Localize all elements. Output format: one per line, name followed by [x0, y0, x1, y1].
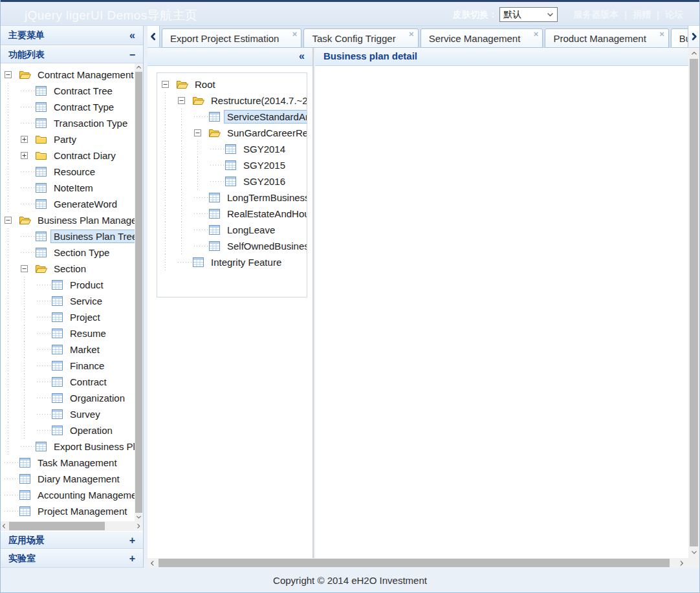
sidebar-collapse-icon[interactable]: «	[129, 26, 135, 45]
tree-node-label[interactable]: SGY2015	[240, 158, 289, 172]
menu-node-accounting-management[interactable]: Accounting Management	[0, 487, 143, 503]
menu-node-contract-tree[interactable]: Contract Tree	[0, 83, 143, 99]
tabs-scroll-right-button[interactable]	[688, 26, 700, 47]
tree-node-label[interactable]: Accounting Management	[34, 488, 143, 502]
menu-node-market[interactable]: Market	[0, 341, 143, 358]
menu-node-product[interactable]: Product	[0, 277, 143, 293]
collapse-toggle-icon[interactable]	[5, 212, 19, 228]
menu-node-contract[interactable]: Contract	[0, 374, 143, 390]
main-horizontal-scrollbar[interactable]	[148, 558, 700, 568]
tab-busi[interactable]: Busi	[671, 28, 688, 48]
menu-node-transaction-type[interactable]: Transaction Type	[0, 115, 143, 131]
scroll-up-button[interactable]	[135, 63, 143, 72]
tree-node-label[interactable]: Contract Diary	[50, 149, 119, 162]
collapse-toggle-icon[interactable]	[194, 125, 209, 141]
menu-node-section-type[interactable]: Section Type	[0, 244, 143, 261]
scroll-left-button[interactable]	[148, 558, 158, 568]
scrollbar-thumb[interactable]	[135, 72, 142, 513]
menu-node-party[interactable]: Party	[0, 131, 143, 147]
scrollbar-thumb[interactable]	[9, 522, 105, 530]
tree-node-label[interactable]: GenerateWord	[50, 197, 120, 211]
plan-node-longtermbusinessd[interactable]: LongTermBusinessD	[157, 189, 307, 206]
menu-node-contract-management[interactable]: Contract Management	[0, 67, 143, 83]
menu-node-project[interactable]: Project	[0, 309, 143, 325]
scrollbar-thumb[interactable]	[690, 59, 698, 546]
tree-node-label[interactable]: SGY2016	[240, 175, 289, 188]
tree-node-label[interactable]: Diary Management	[34, 472, 123, 486]
tab-close-icon[interactable]: ×	[534, 30, 539, 38]
menu-node-resume[interactable]: Resume	[0, 325, 143, 341]
plan-node-longleave[interactable]: LongLeave	[157, 222, 307, 238]
plan-node-selfownedbusiness[interactable]: SelfOwnedBusiness	[157, 238, 307, 254]
tree-node-label[interactable]: Business Plan Management	[34, 213, 143, 227]
tab-close-icon[interactable]: ×	[292, 30, 298, 38]
menu-node-service[interactable]: Service	[0, 293, 143, 309]
expand-panel-icon[interactable]: +	[129, 550, 135, 567]
menu-node-task-management[interactable]: Task Management	[0, 455, 143, 471]
tree-node-label[interactable]: ServiceStandardAn	[224, 110, 307, 124]
collapse-toggle-icon[interactable]	[5, 67, 19, 83]
tree-node-label[interactable]: SelfOwnedBusiness	[224, 239, 307, 253]
tree-node-label[interactable]: Export Business Plan	[50, 440, 143, 453]
menu-node-export-business-plan[interactable]: Export Business Plan	[0, 438, 143, 455]
plan-node-restructure-2014-7-20[interactable]: Restructure(2014.7.~20	[157, 92, 307, 109]
plan-node-servicestandardan[interactable]: ServiceStandardAn	[157, 109, 307, 125]
tree-node-label[interactable]: NoteItem	[50, 181, 96, 195]
plan-node-realestateandhous[interactable]: RealEstateAndHous	[157, 206, 307, 222]
accordion-function-list[interactable]: 功能列表 −	[0, 45, 143, 63]
menu-node-operation[interactable]: Operation	[0, 422, 143, 438]
menu-node-business-plan-tree[interactable]: Business Plan Tree	[0, 228, 143, 244]
expand-panel-icon[interactable]: +	[129, 532, 135, 549]
accordion-laboratory[interactable]: 实验室 +	[0, 549, 143, 568]
tree-node-label[interactable]: LongLeave	[224, 223, 278, 237]
scrollbar-thumb[interactable]	[159, 559, 670, 567]
tab-task-config-trigger[interactable]: Task Config Trigger×	[303, 28, 418, 48]
tab-close-icon[interactable]: ×	[659, 30, 664, 38]
menu-node-diary-management[interactable]: Diary Management	[0, 471, 143, 487]
tree-node-label[interactable]: Integrity Feature	[208, 255, 285, 269]
tree-node-label[interactable]: Service	[67, 294, 105, 308]
tree-node-label[interactable]: Restructure(2014.7.~20	[208, 94, 307, 107]
main-vertical-scrollbar[interactable]	[688, 48, 699, 558]
tree-node-label[interactable]: SGY2014	[240, 142, 289, 156]
tab-service-management[interactable]: Service Management×	[421, 28, 543, 48]
tree-node-label[interactable]: Organization	[67, 391, 128, 405]
scroll-down-button[interactable]	[688, 546, 699, 558]
tabs-scroll-left-button[interactable]	[148, 26, 160, 47]
collapse-toggle-icon[interactable]	[21, 261, 36, 277]
expand-toggle-icon[interactable]	[21, 131, 36, 147]
tree-node-label[interactable]: Party	[50, 133, 80, 146]
menu-node-noteitem[interactable]: NoteItem	[0, 180, 143, 196]
tree-node-label[interactable]: Business Plan Tree	[50, 230, 140, 243]
tree-node-label[interactable]: Root	[191, 78, 219, 91]
tree-node-label[interactable]: Project Management	[34, 504, 130, 518]
accordion-application-scenarios[interactable]: 应用场景 +	[0, 531, 143, 549]
menu-node-resource[interactable]: Resource	[0, 164, 143, 180]
collapse-panel-icon[interactable]: −	[129, 46, 135, 63]
tab-close-icon[interactable]: ×	[409, 30, 414, 38]
scroll-up-button[interactable]	[688, 48, 699, 59]
tab-export-project-estimation[interactable]: Export Project Estimation×	[162, 28, 301, 48]
expand-toggle-icon[interactable]	[21, 147, 36, 164]
menu-node-business-plan-management[interactable]: Business Plan Management	[0, 212, 143, 228]
topbar-link-1[interactable]: 服务器版本	[573, 9, 618, 21]
topbar-link-2[interactable]: 捐赠	[633, 9, 651, 21]
tree-node-label[interactable]: Section	[50, 262, 89, 275]
tree-node-label[interactable]: Operation	[67, 424, 116, 437]
tree-node-label[interactable]: Transaction Type	[50, 116, 131, 130]
tree-node-label[interactable]: Market	[67, 343, 103, 356]
plan-node-root[interactable]: Root	[157, 76, 307, 92]
tree-node-label[interactable]: Resume	[67, 327, 109, 340]
menu-node-contract-type[interactable]: Contract Type	[0, 99, 143, 115]
tree-node-label[interactable]: Contract Management	[34, 68, 137, 81]
tree-node-label[interactable]: Product	[67, 278, 107, 292]
tree-node-label[interactable]: Task Management	[34, 456, 120, 469]
scroll-down-button[interactable]	[135, 513, 143, 521]
menu-node-section[interactable]: Section	[0, 261, 143, 277]
menu-node-organization[interactable]: Organization	[0, 390, 143, 406]
skin-select[interactable]: 默认	[499, 7, 558, 22]
tree-node-label[interactable]: Contract Tree	[50, 84, 116, 98]
tree-node-label[interactable]: Section Type	[50, 246, 113, 259]
menu-node-survey[interactable]: Survey	[0, 406, 143, 422]
panel-collapse-icon[interactable]: «	[299, 48, 305, 65]
